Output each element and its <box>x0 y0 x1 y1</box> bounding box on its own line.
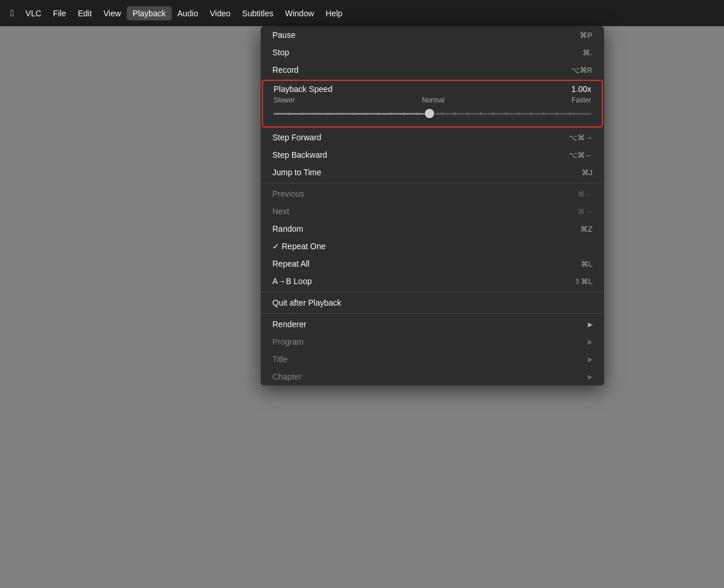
speed-slider[interactable] <box>274 107 591 121</box>
chapter-arrow-icon: ▶ <box>588 373 592 381</box>
slider-tick <box>417 112 417 115</box>
slider-tick <box>404 112 404 115</box>
title-arrow-icon: ▶ <box>588 356 592 363</box>
normal-label: Normal <box>422 96 445 104</box>
menu-item-next[interactable]: Next ⌘→ <box>261 203 604 220</box>
quit-after-playback-label: Quit after Playback <box>272 298 341 307</box>
slider-tick <box>506 112 506 115</box>
menu-item-step-backward[interactable]: Step Backward ⌥⌘← <box>261 146 604 164</box>
faster-label: Faster <box>572 96 591 104</box>
slider-tick <box>518 112 519 115</box>
slider-tick <box>467 112 468 115</box>
menu-item-previous[interactable]: Previous ⌘← <box>261 185 604 203</box>
slider-tick <box>302 112 303 115</box>
separator-3 <box>261 313 604 314</box>
menu-item-repeat-all[interactable]: Repeat All ⌘L <box>261 255 604 272</box>
slider-tick <box>289 112 290 115</box>
next-shortcut: ⌘→ <box>577 207 592 216</box>
menubar-item-window[interactable]: Window <box>279 6 320 20</box>
playback-speed-value: 1.00x <box>572 84 591 94</box>
menu-item-pause[interactable]: Pause ⌘P <box>261 26 604 44</box>
pause-shortcut: ⌘P <box>580 31 592 40</box>
repeat-all-label: Repeat All <box>272 259 310 268</box>
slider-tick <box>365 112 366 115</box>
renderer-arrow-icon: ▶ <box>588 321 592 328</box>
title-label: Title <box>272 355 288 364</box>
slider-tick <box>328 112 328 115</box>
pause-label: Pause <box>272 30 296 40</box>
slider-tick <box>556 112 557 115</box>
slider-tick <box>493 112 494 115</box>
playback-dropdown-menu: Pause ⌘P Stop ⌘. Record ⌥⌘R Playback Spe… <box>261 26 604 385</box>
program-arrow-icon: ▶ <box>588 338 592 346</box>
menubar-item-video[interactable]: Video <box>204 6 236 20</box>
step-backward-shortcut: ⌥⌘← <box>569 151 592 160</box>
step-forward-label: Step Forward <box>272 133 321 142</box>
slider-tick <box>442 112 442 115</box>
apple-menu-item[interactable]:  <box>5 6 20 21</box>
slider-handle[interactable] <box>425 109 434 118</box>
menubar-item-help[interactable]: Help <box>320 6 349 20</box>
ab-loop-label: A→B Loop <box>272 277 312 286</box>
slider-tick <box>569 112 570 115</box>
slider-tick <box>455 112 455 115</box>
slider-tick <box>531 112 531 115</box>
menu-item-ab-loop[interactable]: A→B Loop ⇧⌘L <box>261 272 604 290</box>
menu-item-jump-to-time[interactable]: Jump to Time ⌘J <box>261 164 604 181</box>
repeat-one-label: Repeat One <box>282 242 326 251</box>
playback-speed-header: Playback Speed 1.00x <box>274 84 591 94</box>
menu-item-random[interactable]: Random ⌘Z <box>261 220 604 238</box>
speed-labels: Slower Normal Faster <box>274 96 591 104</box>
menubar:  VLC File Edit View Playback Audio Vide… <box>0 0 724 26</box>
slider-tick <box>340 112 341 115</box>
menu-item-stop[interactable]: Stop ⌘. <box>261 44 604 61</box>
stop-label: Stop <box>272 48 289 57</box>
slower-label: Slower <box>274 96 295 104</box>
playback-speed-title: Playback Speed <box>274 84 332 94</box>
program-label: Program <box>272 337 304 346</box>
menu-item-renderer[interactable]: Renderer ▶ <box>261 316 604 333</box>
slider-tick <box>353 112 354 115</box>
menu-item-chapter[interactable]: Chapter ▶ <box>261 368 604 385</box>
slider-tick <box>544 112 544 115</box>
repeat-all-shortcut: ⌘L <box>581 260 592 268</box>
menubar-item-playback[interactable]: Playback <box>127 6 172 20</box>
slider-tick <box>480 112 481 115</box>
previous-shortcut: ⌘← <box>577 190 592 199</box>
menubar-item-file[interactable]: File <box>47 6 72 20</box>
menu-item-step-forward[interactable]: Step Forward ⌥⌘→ <box>261 129 604 146</box>
renderer-label: Renderer <box>272 320 306 329</box>
menubar-item-view[interactable]: View <box>98 6 127 20</box>
slider-tick <box>378 112 379 115</box>
menu-item-repeat-one[interactable]: ✓ Repeat One <box>261 238 604 255</box>
stop-shortcut: ⌘. <box>583 48 592 57</box>
menubar-item-audio[interactable]: Audio <box>172 6 204 20</box>
slider-tick <box>391 112 392 115</box>
menu-item-record[interactable]: Record ⌥⌘R <box>261 61 604 79</box>
previous-label: Previous <box>272 189 304 199</box>
separator-1 <box>261 183 604 183</box>
jump-to-time-label: Jump to Time <box>272 168 321 177</box>
playback-speed-section: Playback Speed 1.00x Slower Normal Faste… <box>262 80 603 127</box>
record-shortcut: ⌥⌘R <box>571 66 592 75</box>
repeat-one-checkmark: ✓ <box>272 242 279 251</box>
record-label: Record <box>272 65 299 75</box>
menu-item-title[interactable]: Title ▶ <box>261 350 604 368</box>
slider-tick <box>315 112 315 115</box>
step-backward-label: Step Backward <box>272 150 327 160</box>
chapter-label: Chapter <box>272 372 301 381</box>
slider-fill <box>274 113 430 115</box>
menubar-item-edit[interactable]: Edit <box>72 6 98 20</box>
menu-item-quit-after-playback[interactable]: Quit after Playback <box>261 294 604 311</box>
step-forward-shortcut: ⌥⌘→ <box>569 133 592 142</box>
random-label: Random <box>272 224 303 233</box>
jump-to-time-shortcut: ⌘J <box>581 168 593 177</box>
menubar-item-vlc[interactable]: VLC <box>20 6 47 20</box>
menubar-item-subtitles[interactable]: Subtitles <box>236 6 279 20</box>
menu-item-program[interactable]: Program ▶ <box>261 333 604 350</box>
next-label: Next <box>272 207 289 216</box>
ab-loop-shortcut: ⇧⌘L <box>574 277 592 286</box>
random-shortcut: ⌘Z <box>580 225 592 233</box>
separator-2 <box>261 292 604 292</box>
